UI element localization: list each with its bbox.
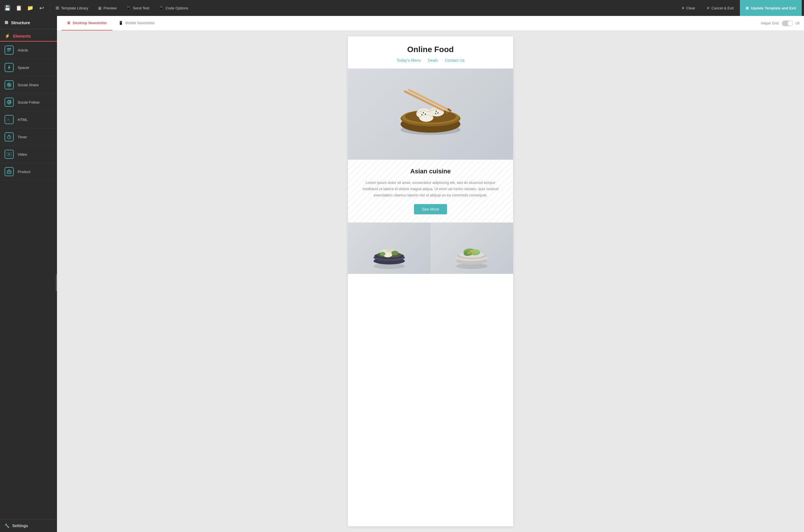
social-follow-label: Social Follow bbox=[18, 100, 40, 104]
sidebar-settings[interactable]: 🔧 Settings bbox=[0, 519, 57, 532]
email-article: Asian cuisine Lorem ipsum dolor sit amet… bbox=[348, 160, 513, 222]
svg-point-34 bbox=[423, 112, 424, 113]
toggle-state-label: Off bbox=[796, 22, 800, 25]
preview-label: Preview bbox=[104, 6, 116, 10]
email-hero-image bbox=[348, 69, 513, 160]
code-options-label: Code Options bbox=[166, 6, 188, 10]
preview-button[interactable]: 🖥 Preview bbox=[93, 4, 121, 12]
article-label: Article bbox=[18, 48, 28, 52]
svg-rect-1 bbox=[7, 50, 11, 50]
preview-area: Online Food Today's Menu Deals Contact U… bbox=[57, 31, 804, 532]
email-nav: Today's Menu Deals Contact Us bbox=[353, 58, 507, 63]
svg-rect-0 bbox=[7, 48, 11, 49]
toggle-knob bbox=[788, 21, 793, 26]
update-icon: ⊞ bbox=[746, 6, 749, 10]
sidebar-item-social-follow[interactable]: Social Follow bbox=[0, 94, 57, 111]
email-header: Online Food Today's Menu Deals Contact U… bbox=[348, 36, 513, 69]
lightning-icon: ⚡ bbox=[4, 33, 10, 39]
svg-point-53 bbox=[380, 252, 385, 256]
scrollbar[interactable] bbox=[56, 274, 57, 291]
timer-icon bbox=[4, 132, 14, 141]
grid-cell-right bbox=[431, 223, 513, 274]
svg-line-41 bbox=[409, 90, 451, 111]
code-options-icon: 📱 bbox=[159, 5, 164, 11]
toolbar-right-actions: ✕ Clear ✕ Cancel & Exit ⊞ Update Templat… bbox=[676, 0, 802, 16]
helper-grid-toggle[interactable] bbox=[782, 20, 793, 26]
save-icon-1[interactable]: 💾 bbox=[2, 3, 13, 13]
email-grid bbox=[348, 222, 513, 274]
update-template-button[interactable]: ⊞ Update Template and Exit bbox=[740, 0, 802, 16]
spacer-label: Spacer bbox=[18, 65, 29, 70]
settings-label: Settings bbox=[12, 524, 28, 528]
nav-contact-us[interactable]: Contact Us bbox=[445, 58, 464, 63]
tabs: 🖥 Desktop Newsletter 📱 Mobile Newsletter bbox=[61, 16, 160, 31]
svg-point-52 bbox=[391, 251, 398, 255]
preview-icon: 🖥 bbox=[97, 6, 102, 11]
save-icon-2[interactable]: 📋 bbox=[14, 3, 24, 13]
article-title: Asian cuisine bbox=[359, 168, 502, 175]
sidebar-item-spacer[interactable]: Spacer bbox=[0, 59, 57, 76]
tab-bar: 🖥 Desktop Newsletter 📱 Mobile Newsletter… bbox=[57, 16, 804, 31]
nav-deals[interactable]: Deals bbox=[428, 58, 438, 63]
tab-mobile[interactable]: 📱 Mobile Newsletter bbox=[113, 16, 160, 31]
sidebar-item-social-share[interactable]: Social Share bbox=[0, 76, 57, 94]
svg-line-43 bbox=[449, 109, 451, 111]
sidebar-item-article[interactable]: Article bbox=[0, 41, 57, 59]
sidebar: ⊞ Structure ⚡ Elements Article bbox=[0, 16, 57, 532]
nav-todays-menu[interactable]: Today's Menu bbox=[397, 58, 421, 63]
mobile-icon: 📱 bbox=[118, 21, 123, 25]
email-preview: Online Food Today's Menu Deals Contact U… bbox=[348, 36, 513, 526]
sidebar-item-timer[interactable]: Timer bbox=[0, 128, 57, 146]
svg-rect-2 bbox=[7, 51, 10, 51]
send-test-icon: 📱 bbox=[126, 5, 131, 11]
clear-label: Clear bbox=[686, 6, 695, 10]
elements-label: Elements bbox=[13, 34, 31, 38]
sidebar-item-video[interactable]: Video bbox=[0, 146, 57, 163]
timer-label: Timer bbox=[18, 135, 27, 139]
social-share-icon bbox=[4, 80, 14, 89]
article-icon bbox=[4, 45, 14, 55]
social-follow-icon bbox=[4, 98, 14, 107]
mobile-tab-label: Mobile Newsletter bbox=[125, 21, 155, 25]
sidebar-header: ⊞ Structure bbox=[0, 16, 57, 29]
structure-icon: ⊞ bbox=[4, 20, 8, 25]
content-area: 🖥 Desktop Newsletter 📱 Mobile Newsletter… bbox=[57, 16, 804, 532]
main-layout: ⊞ Structure ⚡ Elements Article bbox=[0, 16, 804, 532]
clear-icon: ✕ bbox=[681, 6, 684, 10]
product-label: Product bbox=[18, 170, 31, 174]
sidebar-item-html[interactable]: >_ HTML bbox=[0, 111, 57, 128]
code-options-button[interactable]: 📱 Code Options bbox=[154, 4, 192, 12]
sidebar-elements-section: ⚡ Elements bbox=[0, 29, 57, 41]
html-icon: >_ bbox=[4, 115, 14, 124]
toolbar: 💾 📋 📁 ↩ ⊞ Template Library 🖥 Preview 📱 S… bbox=[0, 0, 804, 16]
plate-visual-right bbox=[431, 223, 513, 274]
send-test-button[interactable]: 📱 Send Test bbox=[122, 4, 153, 12]
plate-visual-left bbox=[348, 223, 431, 274]
toolbar-main-actions: ⊞ Template Library 🖥 Preview 📱 Send Test… bbox=[52, 4, 675, 12]
svg-point-39 bbox=[435, 113, 436, 114]
email-title: Online Food bbox=[353, 45, 507, 54]
undo-icon[interactable]: ↩ bbox=[36, 3, 47, 13]
svg-point-63 bbox=[470, 250, 475, 252]
html-label: HTML bbox=[18, 117, 28, 122]
svg-point-64 bbox=[467, 252, 471, 254]
send-test-label: Send Test bbox=[133, 6, 149, 10]
spacer-icon bbox=[4, 63, 14, 72]
update-label: Update Template and Exit bbox=[751, 6, 796, 10]
desktop-icon: 🖥 bbox=[67, 21, 70, 25]
social-share-label: Social Share bbox=[18, 83, 39, 87]
see-more-button[interactable]: See More bbox=[414, 204, 447, 214]
helper-grid-label: Helper Grid: bbox=[761, 21, 780, 25]
svg-point-12 bbox=[10, 100, 11, 101]
cancel-exit-button[interactable]: ✕ Cancel & Exit bbox=[701, 4, 739, 12]
template-library-label: Template Library bbox=[61, 6, 88, 10]
svg-point-35 bbox=[425, 114, 426, 115]
tab-desktop[interactable]: 🖥 Desktop Newsletter bbox=[61, 16, 112, 31]
grid-cell-left bbox=[348, 223, 431, 274]
template-library-button[interactable]: ⊞ Template Library bbox=[52, 4, 92, 12]
sidebar-item-product[interactable]: Product bbox=[0, 163, 57, 180]
folder-icon[interactable]: 📁 bbox=[25, 3, 35, 13]
product-icon bbox=[4, 167, 14, 176]
hero-food-visual bbox=[379, 72, 482, 157]
clear-button[interactable]: ✕ Clear bbox=[676, 4, 700, 12]
